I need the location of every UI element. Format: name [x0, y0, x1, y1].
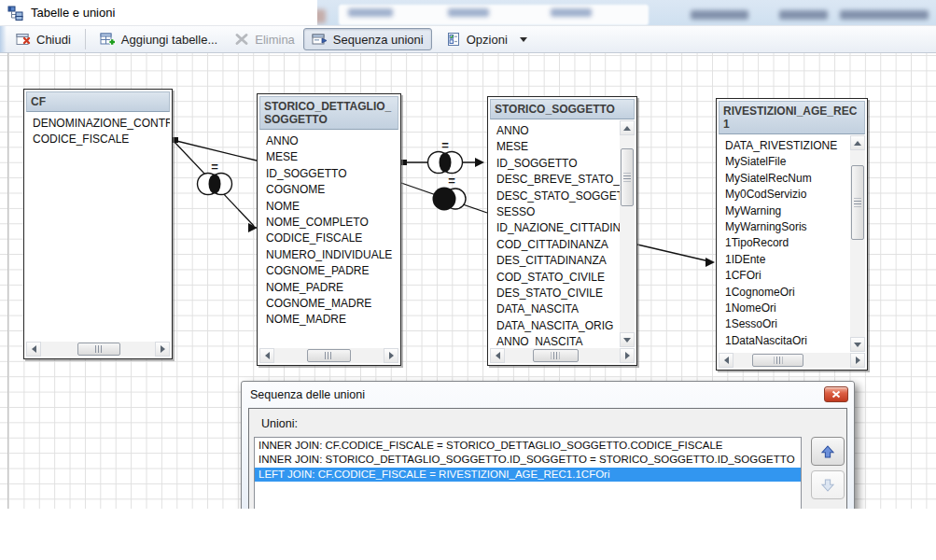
field-row[interactable]: NOME_MADRE — [266, 312, 398, 328]
field-row[interactable]: COD_CITTADINANZA — [496, 237, 620, 253]
vertical-scrollbar[interactable] — [850, 135, 865, 352]
field-row[interactable]: COD_STATO_CIVILE — [496, 270, 620, 286]
field-row[interactable]: MyWarningSoris — [725, 219, 850, 235]
field-row[interactable]: COGNOME — [266, 182, 398, 198]
scroll-right-button[interactable] — [384, 348, 398, 363]
options-button[interactable]: Opzioni — [438, 28, 536, 50]
join-operator: = — [448, 174, 455, 188]
table-storico-soggetto[interactable]: STORICO_SOGGETTO ANNOMESEID_SOGGETTODESC… — [487, 96, 637, 366]
field-row[interactable]: 1BelfioreNascitaOri — [725, 349, 850, 352]
bottom-whitespace — [0, 509, 936, 560]
scroll-left-button[interactable] — [490, 348, 505, 363]
table-rivestizioni-age-rec1[interactable]: RIVESTIZIONI_AGE_REC1 DATA_RIVESTIZIONEM… — [716, 98, 868, 371]
scroll-thumb[interactable] — [307, 349, 351, 362]
field-row[interactable]: NOME_COMPLETO — [266, 215, 398, 231]
field-row[interactable]: NOME — [266, 199, 398, 215]
field-row[interactable]: 1IDEnte — [725, 252, 850, 268]
field-row[interactable]: COGNOME_MADRE — [266, 296, 398, 312]
table-header[interactable]: RIVESTIZIONI_AGE_REC1 — [719, 101, 865, 134]
field-row[interactable]: DATA_RIVESTIZIONE — [725, 138, 850, 154]
join-arrowhead — [705, 258, 715, 267]
close-button[interactable]: Chiudi — [7, 28, 79, 50]
scroll-right-button[interactable] — [850, 353, 865, 368]
field-row[interactable]: ID_SOGGETTO — [496, 156, 620, 172]
field-row[interactable]: COGNOME_PADRE — [266, 263, 398, 279]
field-row[interactable]: DENOMINAZIONE_CONTRI.. — [33, 116, 170, 132]
move-down-button[interactable] — [811, 470, 845, 499]
joins-list-label: Unioni: — [261, 417, 298, 430]
inner-join-icon[interactable]: = — [198, 160, 232, 195]
field-row[interactable]: ID_SOGGETTO — [266, 166, 398, 182]
scroll-left-button[interactable] — [26, 342, 41, 357]
join-list-item[interactable]: INNER JOIN: STORICO_DETTAGLIO_SOGGETTO.I… — [255, 453, 801, 467]
scroll-thumb[interactable] — [851, 165, 864, 240]
scroll-thumb[interactable] — [752, 354, 803, 367]
field-row[interactable]: NOME_PADRE — [266, 280, 398, 296]
field-row[interactable]: ANNO — [496, 123, 620, 139]
left-join-icon[interactable]: = — [433, 174, 467, 211]
join-operator: = — [441, 138, 449, 152]
field-row[interactable]: DESC_STATO_SOGGETTO — [496, 189, 620, 204]
table-header[interactable]: STORICO_DETTAGLIO_SOGGETTO — [259, 96, 398, 130]
scroll-thumb[interactable] — [621, 148, 634, 206]
join-operator: = — [211, 160, 218, 174]
horizontal-scrollbar[interactable] — [719, 353, 865, 368]
field-row[interactable]: MESE — [496, 139, 620, 155]
scroll-left-button[interactable] — [259, 348, 274, 363]
field-row[interactable]: NUMERO_INDIVIDUALE — [266, 247, 398, 263]
field-row[interactable]: MESE — [266, 149, 398, 165]
table-cf[interactable]: CF DENOMINAZIONE_CONTRI..CODICE_FISCALE — [23, 89, 173, 359]
field-row[interactable]: SESSO — [496, 204, 620, 220]
join-sequence-button[interactable]: Sequenza unioni — [303, 28, 432, 50]
field-row[interactable]: 1CFOri — [725, 268, 850, 284]
field-row[interactable]: 1NomeOri — [725, 301, 850, 316]
field-row[interactable]: ANNO_NASCITA — [496, 334, 620, 347]
field-row[interactable]: DESC_BREVE_STATO_SOGGETTO — [496, 172, 620, 188]
join-list-item[interactable]: INNER JOIN: CF.CODICE_FISCALE = STORICO_… — [255, 439, 801, 453]
scroll-thumb[interactable] — [77, 343, 120, 356]
table-header[interactable]: STORICO_SOGGETTO — [490, 99, 635, 119]
field-row[interactable]: MySiatelFile — [725, 154, 850, 170]
field-row[interactable]: CODICE_FISCALE — [33, 132, 170, 147]
field-row[interactable]: MyWarning — [725, 203, 850, 219]
scroll-up-button[interactable] — [620, 120, 635, 135]
field-row[interactable]: ID_NAZIONE_CITTADINANZA — [496, 220, 620, 236]
horizontal-scrollbar[interactable] — [26, 342, 170, 357]
field-row[interactable]: My0CodServizio — [725, 187, 850, 203]
diagram-canvas[interactable]: = = = CF DENOMINAZIONE_CONTRI..CODICE_FI… — [0, 53, 936, 509]
table-storico-dettaglio-soggetto[interactable]: STORICO_DETTAGLIO_SOGGETTO ANNOMESEID_SO… — [257, 93, 401, 366]
scroll-left-button[interactable] — [719, 353, 733, 368]
joins-listbox: INNER JOIN: CF.CODICE_FISCALE = STORICO_… — [254, 437, 802, 509]
field-row[interactable]: ANNO — [266, 133, 398, 149]
inner-join-icon[interactable]: = — [428, 138, 463, 174]
join-list-item[interactable]: LEFT JOIN: CF.CODICE_FISCALE = RIVESTIZI… — [255, 468, 801, 482]
vertical-scrollbar[interactable] — [620, 120, 635, 347]
field-row[interactable]: 1CognomeOri — [725, 285, 850, 301]
scroll-down-button[interactable] — [850, 337, 865, 352]
dialog-close-button[interactable] — [824, 386, 848, 402]
table-header[interactable]: CF — [26, 91, 170, 112]
field-row[interactable]: MySiatelRecNum — [725, 171, 850, 187]
options-dropdown-caret[interactable] — [520, 37, 527, 42]
horizontal-scrollbar[interactable] — [259, 348, 398, 363]
field-row[interactable]: DES_CITTADINANZA — [496, 253, 620, 269]
field-row[interactable]: 1DataNascitaOri — [725, 333, 850, 349]
field-row[interactable]: DATA_NASCITA — [496, 301, 620, 317]
field-row[interactable]: 1TipoRecord — [725, 235, 850, 251]
field-row[interactable]: 1SessoOri — [725, 316, 850, 332]
scroll-down-button[interactable] — [620, 332, 635, 347]
main-toolbar: Chiudi Aggiungi tabelle... Elimina — [0, 25, 936, 53]
dialog-titlebar[interactable]: Sequenza delle unioni — [242, 382, 854, 407]
horizontal-scrollbar[interactable] — [490, 348, 635, 363]
scroll-thumb[interactable] — [533, 349, 579, 362]
field-row[interactable]: DES_STATO_CIVILE — [496, 286, 620, 301]
move-up-button[interactable] — [811, 437, 845, 466]
add-tables-button[interactable]: Aggiungi tabelle... — [91, 28, 226, 50]
field-row[interactable]: DATA_NASCITA_ORIG — [496, 318, 620, 334]
scroll-up-button[interactable] — [850, 135, 865, 150]
scroll-right-button[interactable] — [155, 342, 170, 357]
delete-button[interactable]: Elimina — [226, 28, 303, 50]
close-x-icon — [831, 390, 841, 399]
field-row[interactable]: CODICE_FISCALE — [266, 231, 398, 246]
scroll-right-button[interactable] — [620, 348, 635, 363]
